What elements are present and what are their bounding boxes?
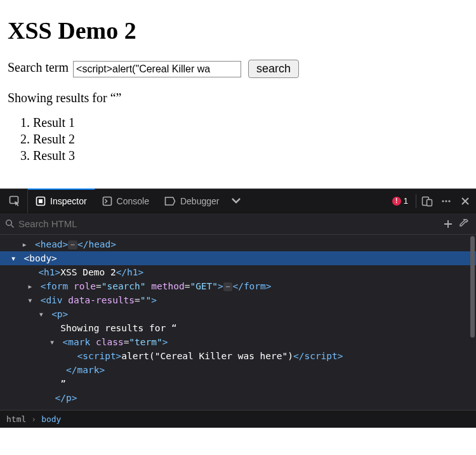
list-item: Result 3 (33, 148, 468, 163)
breadcrumb-item[interactable]: html (6, 414, 26, 424)
html-search-input[interactable] (15, 218, 440, 230)
svg-point-6 (442, 200, 444, 202)
search-label: Search term (8, 60, 69, 74)
tab-console[interactable]: Console (95, 189, 157, 213)
error-icon: ! (392, 197, 401, 206)
svg-point-9 (6, 220, 12, 226)
svg-line-10 (11, 225, 14, 228)
dom-node[interactable]: </mark> (0, 363, 476, 377)
svg-point-8 (448, 200, 450, 202)
list-item: Result 1 (33, 115, 468, 130)
devtools-search-bar (0, 213, 476, 235)
dom-node[interactable]: </p> (0, 391, 476, 405)
svg-rect-5 (427, 199, 432, 206)
inspector-icon (36, 196, 46, 206)
search-button[interactable]: search (248, 60, 299, 78)
dom-text-node[interactable]: ” (0, 377, 476, 391)
scrollbar[interactable] (470, 236, 475, 338)
tab-debugger[interactable]: Debugger (157, 189, 227, 213)
dom-node[interactable]: ▾ <mark class="term"> (0, 335, 476, 349)
dom-node[interactable]: <script>alert("Cereal Killer was here")<… (0, 349, 476, 363)
page-content: XSS Demo 2 Search term search Showing re… (0, 0, 476, 188)
devtools-panel: Inspector Console Debugger ! 1 (0, 188, 476, 428)
breadcrumb-item[interactable]: body (41, 414, 61, 424)
close-devtools-button[interactable] (456, 189, 475, 213)
responsive-mode-button[interactable] (418, 189, 437, 213)
list-item: Result 2 (33, 132, 468, 147)
tabs-overflow-button[interactable] (227, 189, 246, 213)
breadcrumb: html › body (0, 410, 476, 428)
results-list: Result 1 Result 2 Result 3 (33, 115, 468, 163)
dom-text-node[interactable]: Showing results for “ (0, 321, 476, 335)
dom-node[interactable]: ▾ <div data-results=""> (0, 293, 476, 307)
dom-node[interactable]: ▾ <p> (0, 307, 476, 321)
kebab-menu-button[interactable] (437, 189, 456, 213)
svg-point-7 (445, 200, 447, 202)
devtools-tabbar: Inspector Console Debugger ! 1 (0, 189, 476, 213)
search-form: Search term search (8, 60, 468, 78)
debugger-icon (164, 196, 176, 206)
dom-node-selected[interactable]: ▾ <body> (0, 251, 476, 265)
search-input[interactable] (73, 61, 241, 77)
add-node-button[interactable] (440, 212, 456, 236)
tab-inspector[interactable]: Inspector (28, 189, 95, 213)
svg-rect-2 (39, 199, 43, 203)
results-heading: Showing results for “” (8, 91, 468, 105)
eyedropper-button[interactable] (456, 212, 471, 236)
chevron-right-icon: › (31, 414, 36, 424)
dom-tree[interactable]: ▸ <head>⋯</head> ▾ <body> <h1>XSS Demo 2… (0, 235, 476, 410)
dom-node[interactable]: ▸ <form role="search" method="GET">⋯</fo… (0, 279, 476, 293)
dom-node[interactable]: ▸ <head>⋯</head> (0, 237, 476, 251)
dom-node[interactable]: <h1>XSS Demo 2</h1> (0, 265, 476, 279)
page-title: XSS Demo 2 (8, 16, 468, 44)
element-picker-button[interactable] (1, 189, 28, 213)
console-icon (102, 196, 112, 206)
search-icon (5, 219, 15, 228)
error-count[interactable]: ! 1 (386, 196, 414, 206)
